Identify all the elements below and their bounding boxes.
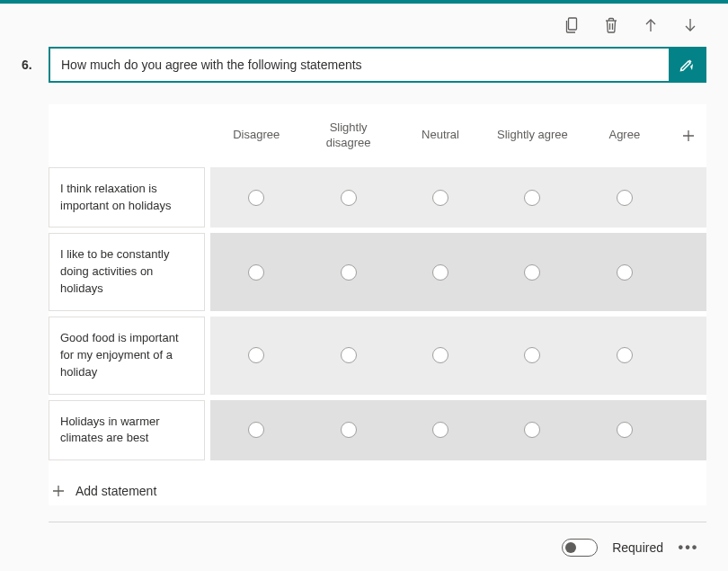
column-header[interactable]: Slightly disagree [302, 120, 394, 151]
more-options-button[interactable]: ••• [678, 537, 699, 558]
move-down-button[interactable] [681, 16, 699, 34]
likert-grid: Disagree Slightly disagree Neutral Sligh… [49, 104, 706, 505]
column-header[interactable]: Slightly agree [486, 128, 578, 143]
likert-radio[interactable] [248, 264, 264, 281]
pencil-icon [679, 57, 695, 73]
add-column-button[interactable] [670, 129, 706, 142]
likert-radio[interactable] [617, 190, 633, 206]
svg-rect-0 [569, 18, 577, 30]
statement-input[interactable]: Holidays in warmer climates are best [49, 400, 205, 461]
copy-button[interactable] [563, 16, 581, 34]
likert-radio[interactable] [524, 422, 540, 438]
likert-radio[interactable] [432, 347, 448, 363]
column-header[interactable]: Agree [579, 128, 670, 143]
likert-column-headers: Disagree Slightly disagree Neutral Sligh… [49, 104, 706, 167]
likert-row: Good food is important for my enjoyment … [49, 317, 706, 395]
likert-rows: I think relaxation is important on holid… [49, 167, 706, 469]
likert-radio[interactable] [617, 264, 633, 281]
question-footer: Required ••• [22, 522, 706, 558]
trash-icon [604, 17, 618, 33]
arrow-down-icon [684, 18, 697, 32]
likert-row: Holidays in warmer climates are best [49, 400, 706, 461]
likert-radio[interactable] [341, 190, 357, 206]
delete-button[interactable] [602, 16, 620, 34]
toggle-knob [565, 542, 576, 553]
likert-radio[interactable] [341, 347, 357, 363]
likert-radio[interactable] [432, 190, 448, 206]
statement-input[interactable]: Good food is important for my enjoyment … [49, 317, 205, 395]
required-label: Required [612, 540, 663, 555]
likert-radio[interactable] [617, 347, 633, 363]
question-toolbar [22, 4, 706, 41]
likert-radio[interactable] [524, 347, 540, 363]
move-up-button[interactable] [642, 16, 660, 34]
plus-icon [52, 485, 65, 497]
likert-radio[interactable] [432, 422, 448, 438]
question-title-input[interactable] [50, 49, 669, 81]
question-number: 6. [22, 47, 38, 72]
required-toggle[interactable] [562, 539, 598, 557]
statement-input[interactable]: I think relaxation is important on holid… [49, 167, 205, 228]
likert-radio[interactable] [341, 264, 357, 281]
likert-radio[interactable] [248, 190, 264, 206]
add-statement-label: Add statement [75, 484, 156, 498]
likert-radio[interactable] [248, 422, 264, 438]
column-header[interactable]: Disagree [210, 128, 302, 143]
question-input-container [49, 47, 706, 83]
more-icon: ••• [679, 540, 699, 556]
edit-question-button[interactable] [669, 49, 705, 81]
likert-row: I like to be constantly doing activities… [49, 233, 706, 311]
question-title-row: 6. [22, 47, 706, 83]
likert-radio[interactable] [524, 190, 540, 206]
arrow-up-icon [644, 18, 657, 32]
likert-radio[interactable] [248, 347, 264, 363]
column-header[interactable]: Neutral [395, 128, 486, 143]
plus-icon [682, 129, 695, 142]
likert-radio[interactable] [432, 264, 448, 281]
copy-icon [564, 17, 579, 33]
likert-radio[interactable] [341, 422, 357, 438]
add-statement-button[interactable]: Add statement [49, 469, 706, 505]
question-editor-card: 6. Disagree Slightly disagree Neutral Sl… [0, 0, 728, 571]
likert-radio[interactable] [617, 422, 633, 438]
likert-radio[interactable] [524, 264, 540, 281]
likert-row: I think relaxation is important on holid… [49, 167, 706, 228]
statement-input[interactable]: I like to be constantly doing activities… [49, 233, 205, 311]
